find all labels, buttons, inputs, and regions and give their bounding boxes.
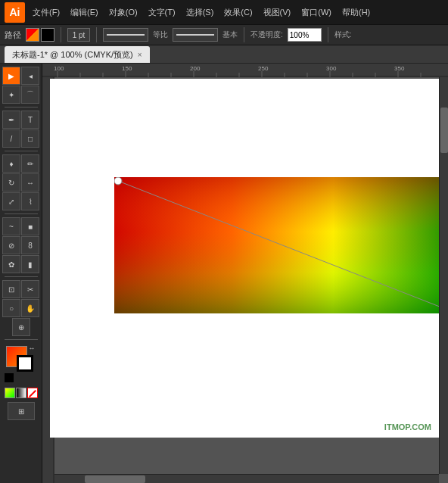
tab-bar: 未标题-1* @ 100% (CMYK/预览) × bbox=[0, 45, 448, 64]
swap-colors-icon[interactable]: ↔ bbox=[29, 344, 38, 354]
tool-row-13: ⊕ bbox=[12, 318, 30, 336]
stroke-profile-selector[interactable] bbox=[173, 28, 218, 42]
panel-icon[interactable]: ⊞ bbox=[8, 402, 35, 420]
menu-view[interactable]: 视图(V) bbox=[259, 5, 296, 20]
blend-tool[interactable]: 8 bbox=[21, 236, 39, 254]
ruler-h-svg: 100 150 200 250 300 350 bbox=[42, 64, 448, 77]
separator-4 bbox=[328, 27, 328, 42]
svg-text:300: 300 bbox=[326, 65, 337, 72]
color-indicator: ↔ bbox=[5, 346, 38, 384]
fill-swatch[interactable] bbox=[26, 28, 39, 42]
menu-file[interactable]: 文件(F) bbox=[28, 5, 64, 20]
dash-line-preview bbox=[107, 34, 145, 36]
mirror-tool[interactable]: ↔ bbox=[21, 173, 39, 192]
tool-row-10: ✿ ▮ bbox=[2, 255, 39, 273]
tool-row-11: ⊡ ✂ bbox=[2, 280, 39, 298]
stroke-swatch[interactable] bbox=[41, 28, 54, 42]
basic-label: 基本 bbox=[222, 30, 238, 40]
tab-title: 未标题-1* @ 100% (CMYK/预览) bbox=[12, 49, 133, 61]
menu-effect[interactable]: 效果(C) bbox=[219, 5, 257, 20]
shear-tool[interactable]: ⌇ bbox=[21, 192, 39, 210]
menu-edit[interactable]: 编辑(E) bbox=[66, 5, 103, 20]
tool-row-1: ▶ ◂ bbox=[2, 67, 39, 85]
tab-close-button[interactable]: × bbox=[138, 51, 142, 59]
svg-text:150: 150 bbox=[122, 65, 132, 72]
warp-tool[interactable]: ~ bbox=[2, 217, 20, 235]
svg-text:250: 250 bbox=[258, 65, 269, 72]
zoom-tool[interactable]: ⊕ bbox=[12, 318, 30, 336]
svg-rect-0 bbox=[42, 64, 448, 77]
svg-text:200: 200 bbox=[190, 65, 201, 72]
svg-text:100: 100 bbox=[54, 65, 64, 72]
slice-tool[interactable]: ✂ bbox=[21, 280, 39, 298]
ruler-horizontal: 100 150 200 250 300 350 bbox=[42, 64, 448, 77]
control-bar: 路径 1 pt 等比 基本 不透明度: 100% 样式: bbox=[0, 24, 448, 45]
opacity-field[interactable]: 100% bbox=[288, 28, 322, 42]
stroke-style-selector[interactable] bbox=[103, 28, 148, 42]
eraser-tool[interactable]: ○ bbox=[2, 299, 20, 317]
gradient-rectangle[interactable] bbox=[114, 177, 448, 313]
color-mode-icon[interactable] bbox=[5, 388, 15, 398]
tool-row-6: ↻ ↔ bbox=[2, 173, 39, 192]
tool-row-9: ⊘ 8 bbox=[2, 236, 39, 254]
tool-row-12: ○ ✋ bbox=[2, 299, 39, 317]
lasso-tool[interactable]: ⌒ bbox=[21, 86, 39, 104]
canvas-page: ITMOP.COM bbox=[50, 79, 440, 438]
menu-window[interactable]: 窗口(W) bbox=[297, 5, 336, 20]
rect-tool[interactable]: □ bbox=[21, 129, 39, 148]
title-bar: Ai 文件(F) 编辑(E) 对象(O) 文字(T) 选择(S) 效果(C) 视… bbox=[0, 0, 448, 24]
type-tool[interactable]: T bbox=[21, 111, 39, 129]
rotate-tool[interactable]: ↻ bbox=[2, 173, 20, 192]
main-area: ▶ ◂ ✦ ⌒ ✒ T / □ ♦ ✏ ↻ ↔ ⤢ ⌇ ~ bbox=[0, 64, 448, 483]
gradient-swatch-icon[interactable] bbox=[16, 388, 26, 398]
color-swatches bbox=[26, 28, 54, 42]
toolbar: ▶ ◂ ✦ ⌒ ✒ T / □ ♦ ✏ ↻ ↔ ⤢ ⌇ ~ bbox=[0, 64, 42, 483]
tool-row-8: ~ ■ bbox=[2, 217, 39, 235]
tool-row-7: ⤢ ⌇ bbox=[2, 192, 39, 210]
pen-tool[interactable]: ✒ bbox=[2, 111, 20, 129]
select-tool[interactable]: ▶ bbox=[2, 67, 20, 85]
opacity-label: 不透明度: bbox=[250, 30, 283, 40]
svg-text:350: 350 bbox=[394, 65, 405, 72]
menu-help[interactable]: 帮助(H) bbox=[338, 5, 375, 20]
graph-tool[interactable]: ▮ bbox=[21, 255, 39, 273]
artboard-icon-bottom[interactable]: ⊞ bbox=[8, 402, 35, 420]
separator-3 bbox=[244, 27, 244, 42]
equal-label: 等比 bbox=[153, 30, 168, 40]
hand-tool[interactable]: ✋ bbox=[21, 299, 39, 317]
scrollbar-horizontal[interactable] bbox=[54, 474, 439, 483]
watermark: ITMOP.COM bbox=[384, 422, 431, 432]
tool-separator-3 bbox=[5, 213, 38, 214]
stroke-weight-field[interactable]: 1 pt bbox=[67, 28, 90, 42]
scroll-thumb-horizontal[interactable] bbox=[85, 475, 145, 483]
menu-select[interactable]: 选择(S) bbox=[182, 5, 219, 20]
tool-row-3: ✒ T bbox=[2, 111, 39, 129]
stroke-profile-preview bbox=[176, 34, 214, 36]
scale-tool[interactable]: ⤢ bbox=[2, 192, 20, 210]
separator-1 bbox=[61, 27, 61, 42]
paintbrush-tool[interactable]: ♦ bbox=[2, 154, 20, 173]
magic-wand-tool[interactable]: ✦ bbox=[2, 86, 20, 104]
scroll-thumb-vertical[interactable] bbox=[440, 108, 448, 153]
none-swatch-icon[interactable] bbox=[27, 388, 38, 398]
tool-separator-4 bbox=[5, 276, 38, 277]
ai-logo: Ai bbox=[5, 2, 25, 23]
document-tab[interactable]: 未标题-1* @ 100% (CMYK/预览) × bbox=[5, 46, 150, 63]
line-tool[interactable]: / bbox=[2, 129, 20, 148]
pencil-tool[interactable]: ✏ bbox=[21, 154, 39, 173]
style-label: 样式: bbox=[334, 30, 352, 40]
canvas-area: 100 150 200 250 300 350 bbox=[42, 64, 448, 483]
tool-row-2: ✦ ⌒ bbox=[2, 86, 39, 104]
default-colors-icon[interactable] bbox=[5, 373, 14, 382]
menu-object[interactable]: 对象(O) bbox=[104, 5, 142, 20]
symbolspray-tool[interactable]: ✿ bbox=[2, 255, 20, 273]
menu-text[interactable]: 文字(T) bbox=[144, 5, 180, 20]
path-label: 路径 bbox=[5, 30, 21, 41]
gradient-tool[interactable]: ■ bbox=[21, 217, 39, 235]
eyedropper-tool[interactable]: ⊘ bbox=[2, 236, 20, 254]
direct-select-tool[interactable]: ◂ bbox=[21, 67, 39, 85]
separator-2 bbox=[96, 27, 97, 42]
scrollbar-vertical[interactable] bbox=[439, 77, 448, 474]
stroke-color-box[interactable] bbox=[17, 355, 33, 372]
artboard-tool[interactable]: ⊡ bbox=[2, 280, 20, 298]
